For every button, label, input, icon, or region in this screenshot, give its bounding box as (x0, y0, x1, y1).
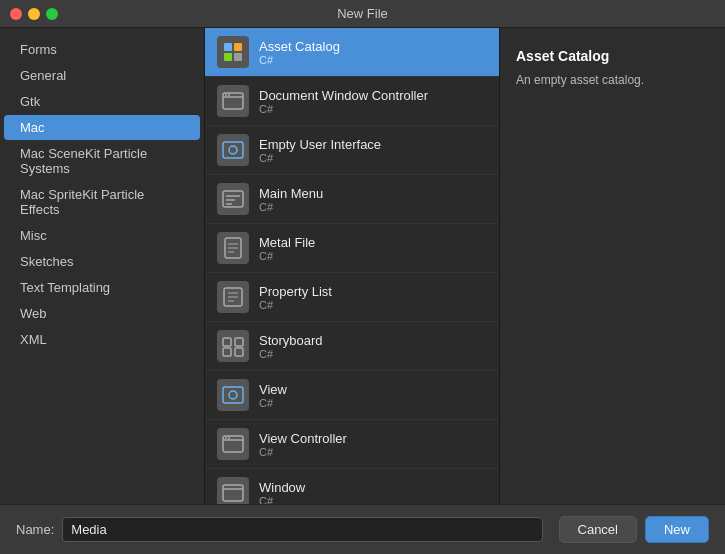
svg-rect-32 (223, 485, 243, 501)
new-button[interactable]: New (645, 516, 709, 543)
sidebar-item-mac-scenekit[interactable]: Mac SceneKit Particle Systems (4, 141, 200, 181)
svg-rect-24 (223, 348, 231, 356)
svg-rect-22 (223, 338, 231, 346)
file-icon-menu (217, 183, 249, 215)
file-item-empty-ui[interactable]: Empty User InterfaceC# (205, 126, 499, 175)
file-item-asset-catalog[interactable]: Asset CatalogC# (205, 28, 499, 77)
cancel-button[interactable]: Cancel (559, 516, 637, 543)
svg-point-6 (225, 94, 227, 96)
svg-rect-0 (224, 43, 232, 51)
sidebar-item-misc[interactable]: Misc (4, 223, 200, 248)
file-item-title: View (259, 382, 487, 397)
file-item-view-controller[interactable]: View ControllerC# (205, 420, 499, 469)
file-icon-window2 (217, 477, 249, 504)
file-item-subtitle: C# (259, 103, 487, 115)
file-text: Document Window ControllerC# (259, 88, 487, 115)
file-icon-window (217, 428, 249, 460)
file-text: Asset CatalogC# (259, 39, 487, 66)
file-item-subtitle: C# (259, 250, 487, 262)
file-item-subtitle: C# (259, 201, 487, 213)
file-item-title: View Controller (259, 431, 487, 446)
main-content: FormsGeneralGtkMacMac SceneKit Particle … (0, 28, 725, 504)
file-item-title: Asset Catalog (259, 39, 487, 54)
file-item-title: Property List (259, 284, 487, 299)
window-title: New File (337, 6, 388, 21)
sidebar: FormsGeneralGtkMacMac SceneKit Particle … (0, 28, 205, 504)
sidebar-item-forms[interactable]: Forms (4, 37, 200, 62)
file-icon-view (217, 379, 249, 411)
file-icon-storyboard (217, 330, 249, 362)
file-item-subtitle: C# (259, 54, 487, 66)
file-item-main-menu[interactable]: Main MenuC# (205, 175, 499, 224)
svg-point-7 (228, 94, 230, 96)
close-button[interactable] (10, 8, 22, 20)
sidebar-item-sketches[interactable]: Sketches (4, 249, 200, 274)
svg-point-27 (229, 391, 237, 399)
minimize-button[interactable] (28, 8, 40, 20)
file-icon-list (217, 281, 249, 313)
bottom-bar: Name: Cancel New (0, 504, 725, 554)
file-item-title: Empty User Interface (259, 137, 487, 152)
svg-point-30 (225, 437, 227, 439)
file-item-title: Storyboard (259, 333, 487, 348)
detail-panel: Asset Catalog An empty asset catalog. (500, 28, 725, 504)
svg-rect-25 (235, 348, 243, 356)
file-item-subtitle: C# (259, 152, 487, 164)
file-item-subtitle: C# (259, 348, 487, 360)
file-text: WindowC# (259, 480, 487, 505)
detail-description: An empty asset catalog. (516, 72, 709, 89)
file-item-metal-file[interactable]: Metal FileC# (205, 224, 499, 273)
file-item-title: Metal File (259, 235, 487, 250)
file-item-title: Window (259, 480, 487, 495)
file-icon-window (217, 85, 249, 117)
file-text: StoryboardC# (259, 333, 487, 360)
sidebar-item-mac-spritekit[interactable]: Mac SpriteKit Particle Effects (4, 182, 200, 222)
sidebar-item-text-templating[interactable]: Text Templating (4, 275, 200, 300)
file-item-window[interactable]: WindowC# (205, 469, 499, 504)
sidebar-item-general[interactable]: General (4, 63, 200, 88)
file-icon-catalog (217, 36, 249, 68)
detail-title: Asset Catalog (516, 48, 709, 64)
svg-point-31 (228, 437, 230, 439)
name-label: Name: (16, 522, 54, 537)
sidebar-item-xml[interactable]: XML (4, 327, 200, 352)
svg-rect-23 (235, 338, 243, 346)
file-item-doc-window-controller[interactable]: Document Window ControllerC# (205, 77, 499, 126)
file-item-title: Document Window Controller (259, 88, 487, 103)
svg-rect-3 (234, 53, 242, 61)
svg-rect-26 (223, 387, 243, 403)
name-input[interactable] (62, 517, 542, 542)
sidebar-item-mac[interactable]: Mac (4, 115, 200, 140)
file-item-storyboard[interactable]: StoryboardC# (205, 322, 499, 371)
file-item-subtitle: C# (259, 299, 487, 311)
sidebar-item-gtk[interactable]: Gtk (4, 89, 200, 114)
svg-rect-8 (223, 142, 243, 158)
file-item-subtitle: C# (259, 446, 487, 458)
file-text: ViewC# (259, 382, 487, 409)
file-item-subtitle: C# (259, 495, 487, 505)
file-text: Main MenuC# (259, 186, 487, 213)
file-item-title: Main Menu (259, 186, 487, 201)
title-bar: New File (0, 0, 725, 28)
file-item-subtitle: C# (259, 397, 487, 409)
action-buttons: Cancel New (559, 516, 709, 543)
sidebar-item-web[interactable]: Web (4, 301, 200, 326)
file-text: Property ListC# (259, 284, 487, 311)
svg-point-9 (229, 146, 237, 154)
file-text: Metal FileC# (259, 235, 487, 262)
file-icon-metal (217, 232, 249, 264)
traffic-lights (10, 8, 58, 20)
zoom-button[interactable] (46, 8, 58, 20)
svg-rect-2 (224, 53, 232, 61)
svg-rect-1 (234, 43, 242, 51)
file-text: View ControllerC# (259, 431, 487, 458)
file-icon-view (217, 134, 249, 166)
file-list: Asset CatalogC# Document Window Controll… (205, 28, 500, 504)
file-item-view[interactable]: ViewC# (205, 371, 499, 420)
file-item-property-list[interactable]: Property ListC# (205, 273, 499, 322)
file-text: Empty User InterfaceC# (259, 137, 487, 164)
